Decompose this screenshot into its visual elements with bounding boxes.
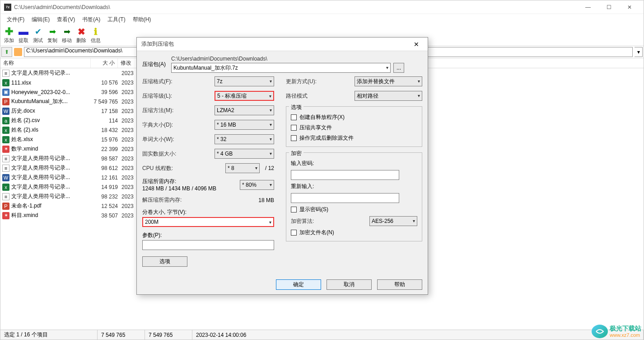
menu-help[interactable]: 帮助(H) bbox=[129, 15, 155, 24]
dialog-buttons: 确定 取消 帮助 bbox=[137, 278, 428, 294]
enc-alg-combo[interactable]: AES-256▾ bbox=[369, 216, 417, 226]
mem-pct-combo[interactable]: * 80%▾ bbox=[240, 180, 274, 190]
enc-alg-label: 加密算法: bbox=[291, 217, 314, 225]
file-name: 文字是人类用符号记录... bbox=[11, 193, 91, 200]
chevron-down-icon: ▾ bbox=[255, 165, 257, 170]
file-name: 文字是人类用符号记录... bbox=[11, 174, 91, 181]
file-size: 10 576 bbox=[91, 80, 118, 86]
solid-combo[interactable]: * 4 GB▾ bbox=[215, 149, 274, 159]
status-size1: 7 549 765 bbox=[98, 330, 145, 340]
file-size: 114 bbox=[91, 118, 118, 124]
check-icon: ✔ bbox=[33, 27, 43, 37]
file-size: 98 587 bbox=[91, 156, 118, 162]
up-button[interactable]: ⬆ bbox=[1, 47, 12, 57]
format-combo[interactable]: 7z▾ bbox=[215, 76, 274, 86]
tool-delete[interactable]: ✖删除 bbox=[76, 27, 86, 44]
menu-file[interactable]: 文件(F) bbox=[3, 15, 28, 24]
password-label: 输入密码: bbox=[291, 160, 417, 167]
password2-input[interactable] bbox=[291, 193, 399, 203]
mem-compress-value: 1248 MB / 1434 MB / 4096 MB bbox=[142, 185, 216, 192]
tool-extract[interactable]: ▬提取 bbox=[19, 27, 28, 44]
file-name: 科目.xmind bbox=[11, 212, 91, 219]
chevron-down-icon: ▾ bbox=[270, 108, 272, 113]
menubar: 文件(F) 编辑(E) 查看(V) 书签(A) 工具(T) 帮助(H) bbox=[0, 14, 644, 25]
file-name: 姓名.xlsx bbox=[11, 136, 91, 143]
archive-name-combo[interactable]: KubuntuManual_加水印.7z ▾ bbox=[171, 63, 391, 73]
options-fieldset: 选项 创建自释放程序(X) 压缩共享文件 操作完成后删除源文件 bbox=[286, 106, 422, 147]
path-dropdown[interactable]: ▾ bbox=[635, 47, 643, 57]
word-label: 单词大小(W): bbox=[142, 136, 174, 143]
tool-test[interactable]: ✔测试 bbox=[33, 27, 43, 44]
dialog-titlebar: 添加到压缩包 ✕ bbox=[137, 38, 428, 51]
archive-path: C:\Users\admin\Documents\Downloads\ bbox=[171, 56, 422, 62]
update-label: 更新方式(U): bbox=[286, 78, 317, 85]
file-size: 39 596 bbox=[91, 89, 118, 95]
chevron-down-icon: ▾ bbox=[270, 122, 272, 127]
options-title: 选项 bbox=[289, 104, 303, 111]
window-title: C:\Users\admin\Documents\Downloads\ bbox=[14, 4, 578, 10]
file-size: 12 524 bbox=[91, 203, 118, 209]
help-button[interactable]: 帮助 bbox=[377, 279, 422, 290]
shared-checkbox[interactable]: 压缩共享文件 bbox=[291, 124, 417, 132]
dialog-close-button[interactable]: ✕ bbox=[410, 38, 423, 51]
menu-view[interactable]: 查看(V) bbox=[53, 15, 79, 24]
file-name: 数学.xmind bbox=[11, 145, 91, 153]
tool-copy[interactable]: ➡复制 bbox=[47, 27, 57, 44]
chevron-down-icon: ▾ bbox=[270, 79, 272, 84]
maximize-button[interactable]: ☐ bbox=[598, 0, 619, 14]
status-date: 2023-02-14 14:00:06 bbox=[192, 330, 644, 340]
encrypt-names-checkbox[interactable]: 加密文件名(N) bbox=[291, 229, 417, 236]
tool-add[interactable]: ✚添加 bbox=[4, 27, 14, 44]
file-size: 7 549 765 bbox=[91, 99, 118, 105]
chevron-down-icon: ▾ bbox=[269, 220, 271, 225]
method-combo[interactable]: LZMA2▾ bbox=[215, 105, 274, 115]
update-combo[interactable]: 添加并替换文件▾ bbox=[355, 76, 422, 86]
close-button[interactable]: ✕ bbox=[619, 0, 640, 14]
col-name[interactable]: 名称 bbox=[0, 58, 91, 68]
dict-combo[interactable]: * 16 MB▾ bbox=[215, 120, 274, 130]
menu-tools[interactable]: 工具(T) bbox=[104, 15, 129, 24]
tool-info[interactable]: ℹ信息 bbox=[91, 27, 101, 44]
file-name: 文字是人类用符号记录... bbox=[11, 69, 91, 77]
delete-icon: ✖ bbox=[76, 27, 86, 37]
cpu-combo[interactable]: * 8▾ bbox=[225, 163, 260, 173]
show-password-checkbox[interactable]: 显示密码(S) bbox=[291, 206, 417, 213]
file-type-icon: x bbox=[2, 136, 9, 143]
delete-after-checkbox[interactable]: 操作完成后删除源文件 bbox=[291, 134, 417, 142]
ok-button[interactable]: 确定 bbox=[276, 279, 321, 290]
file-type-icon: x bbox=[2, 79, 9, 86]
volume-combo[interactable]: 200M▾ bbox=[142, 217, 274, 227]
browse-button[interactable]: ... bbox=[393, 63, 404, 73]
col-size[interactable]: 大 小 bbox=[91, 58, 118, 68]
file-name: Honeyview_2023-02-0... bbox=[11, 89, 91, 95]
file-type-icon: x bbox=[2, 127, 9, 134]
file-type-icon: ≡ bbox=[2, 155, 9, 162]
menu-bookmarks[interactable]: 书签(A) bbox=[79, 15, 104, 24]
tool-move[interactable]: ➡移动 bbox=[62, 27, 72, 44]
word-combo[interactable]: * 32▾ bbox=[215, 134, 274, 144]
sfx-checkbox[interactable]: 创建自释放程序(X) bbox=[291, 113, 417, 121]
file-name: 未命名-1.pdf bbox=[11, 202, 91, 210]
file-type-icon: ✶ bbox=[2, 146, 9, 153]
dict-label: 字典大小(D): bbox=[142, 121, 173, 129]
params-input[interactable] bbox=[142, 240, 274, 250]
chevron-down-icon: ▾ bbox=[270, 137, 272, 142]
window-controls: — ☐ ✕ bbox=[578, 0, 640, 14]
minimize-button[interactable]: — bbox=[578, 0, 598, 14]
cancel-button[interactable]: 取消 bbox=[327, 279, 372, 290]
status-selection: 选定 1 / 16 个项目 bbox=[0, 330, 98, 340]
menu-edit[interactable]: 编辑(E) bbox=[28, 15, 53, 24]
options-button[interactable]: 选项 bbox=[142, 256, 187, 267]
pathmode-combo[interactable]: 相对路径▾ bbox=[355, 91, 422, 101]
file-type-icon: P bbox=[2, 203, 9, 210]
mem-decompress-value: 18 MB bbox=[258, 197, 274, 203]
encryption-fieldset: 加密 输入密码: 重新输入: 显示密码(S) 加密算法: AES-256▾ 加密… bbox=[286, 152, 422, 241]
dialog-left-column: 压缩格式(F): 7z▾ 压缩等级(L): 5 - 标准压缩▾ 压缩方法(M):… bbox=[142, 76, 274, 274]
chevron-down-icon: ▾ bbox=[270, 182, 272, 187]
level-combo[interactable]: 5 - 标准压缩▾ bbox=[215, 91, 274, 101]
file-name: 文字是人类用符号记录... bbox=[11, 183, 91, 191]
level-label: 压缩等级(L): bbox=[142, 92, 172, 100]
move-icon: ➡ bbox=[62, 27, 72, 37]
add-to-archive-dialog: 添加到压缩包 ✕ 压缩包(A) C:\Users\admin\Documents… bbox=[136, 37, 428, 295]
password-input[interactable] bbox=[291, 170, 399, 180]
